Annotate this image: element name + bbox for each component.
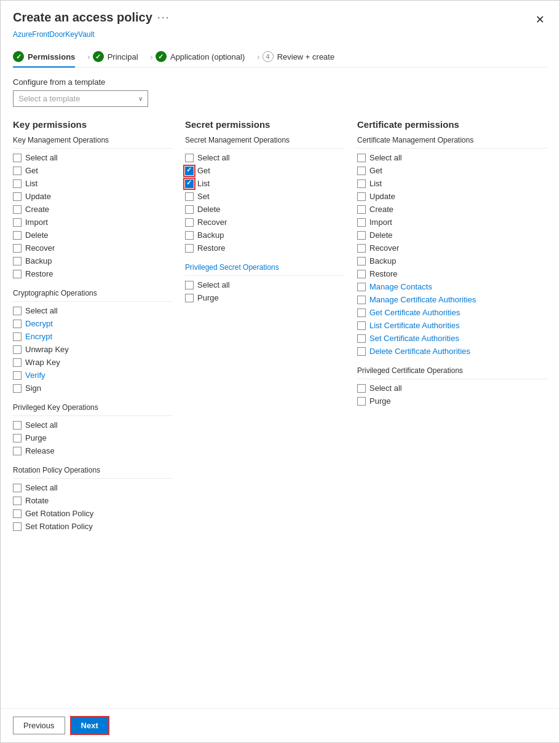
pc-select-all-checkbox[interactable] <box>357 384 366 393</box>
close-button[interactable]: ✕ <box>533 10 547 29</box>
cem-recover-checkbox[interactable] <box>357 244 366 253</box>
sm-get-label[interactable]: Get <box>197 166 210 175</box>
km-delete-checkbox[interactable] <box>13 231 22 240</box>
ps-purge-checkbox[interactable] <box>185 294 194 302</box>
sm-get-checkbox[interactable] <box>185 167 194 175</box>
cem-manage-ca-label[interactable]: Manage Certificate Authorities <box>369 295 476 304</box>
km-create-checkbox[interactable] <box>13 205 22 214</box>
tab-principal[interactable]: ✓ Principal <box>93 46 148 67</box>
co-wrap-checkbox[interactable] <box>13 358 22 367</box>
co-encrypt-label[interactable]: Encrypt <box>25 332 52 341</box>
sm-set-label[interactable]: Set <box>197 192 210 201</box>
sm-backup-checkbox[interactable] <box>185 231 194 240</box>
km-backup-checkbox[interactable] <box>13 257 22 265</box>
cem-select-all-label[interactable]: Select all <box>369 153 402 162</box>
km-backup-label[interactable]: Backup <box>25 256 52 265</box>
cem-backup-checkbox[interactable] <box>357 257 366 265</box>
km-select-all-checkbox[interactable] <box>13 154 22 162</box>
sm-select-all-checkbox[interactable] <box>185 154 194 162</box>
cem-restore-checkbox[interactable] <box>357 270 366 278</box>
ps-purge-label[interactable]: Purge <box>197 293 219 302</box>
cem-create-checkbox[interactable] <box>357 205 366 214</box>
cem-set-ca-label[interactable]: Set Certificate Authorities <box>369 334 459 343</box>
rp-select-all-checkbox[interactable] <box>13 484 22 492</box>
cem-update-label[interactable]: Update <box>369 192 395 201</box>
km-update-label[interactable]: Update <box>25 192 51 201</box>
cem-manage-contacts-label[interactable]: Manage Contacts <box>369 282 432 291</box>
sm-restore-checkbox[interactable] <box>185 244 194 253</box>
rp-get-checkbox[interactable] <box>13 509 22 518</box>
cem-delete-checkbox[interactable] <box>357 231 366 240</box>
co-verify-label[interactable]: Verify <box>25 371 45 380</box>
sm-delete-label[interactable]: Delete <box>197 205 221 214</box>
pc-purge-label[interactable]: Purge <box>369 396 391 406</box>
sm-delete-checkbox[interactable] <box>185 205 194 214</box>
sm-set-checkbox[interactable] <box>185 192 194 201</box>
ps-select-all-label[interactable]: Select all <box>197 280 230 289</box>
pk-purge-label[interactable]: Purge <box>25 433 47 442</box>
km-list-label[interactable]: List <box>25 179 37 188</box>
sm-recover-label[interactable]: Recover <box>197 218 227 227</box>
template-select-dropdown[interactable]: Select a template ∨ <box>13 90 148 107</box>
co-decrypt-checkbox[interactable] <box>13 320 22 328</box>
cem-delete-label[interactable]: Delete <box>369 230 393 240</box>
tab-permissions[interactable]: ✓ Permissions <box>13 46 85 67</box>
cem-select-all-checkbox[interactable] <box>357 154 366 162</box>
cem-manage-contacts-checkbox[interactable] <box>357 283 366 291</box>
cem-update-checkbox[interactable] <box>357 192 366 201</box>
km-import-label[interactable]: Import <box>25 218 48 227</box>
km-get-label[interactable]: Get <box>25 166 38 175</box>
sm-recover-checkbox[interactable] <box>185 218 194 227</box>
km-list-checkbox[interactable] <box>13 179 22 188</box>
cem-list-checkbox[interactable] <box>357 179 366 188</box>
km-select-all-label[interactable]: Select all <box>25 153 58 162</box>
rp-rotate-checkbox[interactable] <box>13 497 22 505</box>
cem-list-ca-checkbox[interactable] <box>357 321 366 330</box>
km-recover-label[interactable]: Recover <box>25 243 55 253</box>
co-decrypt-label[interactable]: Decrypt <box>25 319 53 328</box>
tab-review[interactable]: 4 Review + create <box>262 46 345 67</box>
pk-select-all-label[interactable]: Select all <box>25 420 58 430</box>
pc-purge-checkbox[interactable] <box>357 397 366 406</box>
pc-select-all-label[interactable]: Select all <box>369 383 402 393</box>
rp-set-label[interactable]: Set Rotation Policy <box>25 522 93 531</box>
cem-manage-ca-checkbox[interactable] <box>357 296 366 304</box>
cem-get-label[interactable]: Get <box>369 166 382 175</box>
km-get-checkbox[interactable] <box>13 167 22 175</box>
cem-set-ca-checkbox[interactable] <box>357 334 366 343</box>
km-delete-label[interactable]: Delete <box>25 230 49 240</box>
co-sign-checkbox[interactable] <box>13 384 22 393</box>
co-select-all-label[interactable]: Select all <box>25 306 58 315</box>
co-wrap-label[interactable]: Wrap Key <box>25 358 60 367</box>
sm-select-all-label[interactable]: Select all <box>197 153 230 162</box>
cem-delete-ca-checkbox[interactable] <box>357 347 366 356</box>
previous-button[interactable]: Previous <box>13 717 65 734</box>
co-unwrap-checkbox[interactable] <box>13 345 22 354</box>
ps-select-all-checkbox[interactable] <box>185 281 194 289</box>
next-button[interactable]: Next <box>70 716 109 735</box>
co-verify-checkbox[interactable] <box>13 371 22 380</box>
cem-backup-label[interactable]: Backup <box>369 256 396 265</box>
cem-list-ca-label[interactable]: List Certificate Authorities <box>369 321 460 330</box>
sm-backup-label[interactable]: Backup <box>197 230 224 240</box>
cem-recover-label[interactable]: Recover <box>369 243 399 253</box>
co-select-all-checkbox[interactable] <box>13 307 22 315</box>
sm-list-checkbox[interactable] <box>185 179 194 188</box>
km-restore-checkbox[interactable] <box>13 270 22 278</box>
cem-get-ca-checkbox[interactable] <box>357 309 366 317</box>
km-import-checkbox[interactable] <box>13 218 22 227</box>
km-update-checkbox[interactable] <box>13 192 22 201</box>
pk-purge-checkbox[interactable] <box>13 434 22 442</box>
tab-application[interactable]: ✓ Application (optional) <box>156 46 254 67</box>
rp-set-checkbox[interactable] <box>13 522 22 531</box>
co-encrypt-checkbox[interactable] <box>13 332 22 341</box>
km-create-label[interactable]: Create <box>25 205 49 214</box>
rp-select-all-label[interactable]: Select all <box>25 483 58 492</box>
km-restore-label[interactable]: Restore <box>25 269 53 278</box>
cem-restore-label[interactable]: Restore <box>369 269 398 278</box>
more-options-button[interactable]: ··· <box>157 11 170 24</box>
sm-restore-label[interactable]: Restore <box>197 243 226 253</box>
cem-get-ca-label[interactable]: Get Certificate Authorities <box>369 308 460 317</box>
pk-release-label[interactable]: Release <box>25 446 55 455</box>
co-unwrap-label[interactable]: Unwrap Key <box>25 345 69 354</box>
